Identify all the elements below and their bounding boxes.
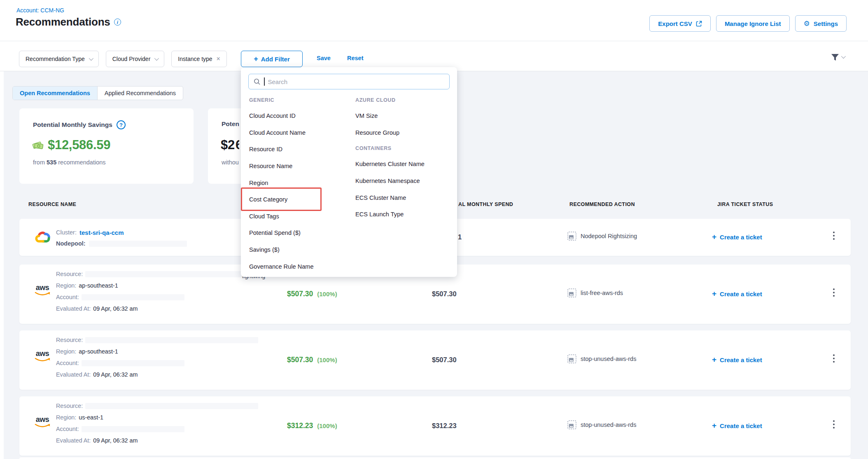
section-title: CONTAINERS (355, 141, 454, 156)
plus-icon: + (712, 289, 716, 298)
recommendation-row[interactable]: aws Resource: Region:ap-southeast-1 Acco… (19, 330, 851, 390)
help-icon[interactable]: ? (117, 120, 126, 129)
savings-value: $507.30 (287, 356, 313, 364)
monthly-spend-value: $312.23 (432, 422, 457, 430)
manage-ignore-label: Manage Ignore List (725, 20, 781, 27)
settings-button[interactable]: ⚙ Settings (795, 15, 847, 32)
save-button[interactable]: Save (317, 55, 331, 61)
card2-amount: $2 (221, 138, 235, 152)
recommended-action-label: stop-unused-aws-rds (581, 356, 636, 362)
menu-item[interactable]: Resource ID (249, 141, 348, 158)
plus-icon: + (712, 355, 716, 364)
menu-item[interactable]: Governance Rule Name (249, 258, 348, 275)
chip-cloud-provider[interactable]: Cloud Provider (106, 51, 165, 67)
row-menu-button[interactable] (833, 288, 835, 297)
next-row-partial (19, 457, 851, 459)
menu-item[interactable]: Cloud Account Name (249, 124, 348, 141)
resource-label: Resource: (56, 403, 83, 409)
export-csv-button[interactable]: Export CSV (649, 15, 711, 32)
resource-label: Resource: (56, 271, 83, 277)
image-placeholder-icon (567, 288, 576, 297)
recommendation-row[interactable]: aws Resource: Region:us-east-1 Account: … (19, 396, 851, 456)
filter-panel-toggle[interactable] (831, 53, 845, 62)
filter-search[interactable]: Search (248, 74, 450, 89)
create-ticket-label: Create a ticket (720, 290, 762, 297)
image-placeholder-icon (567, 354, 576, 363)
text-caret (264, 77, 265, 86)
create-ticket-label: Create a ticket (720, 234, 762, 241)
chevron-down-icon (841, 54, 846, 58)
create-ticket-button[interactable]: +Create a ticket (712, 421, 762, 430)
chip-label: Recommendation Type (26, 56, 85, 62)
tab-open-recommendations[interactable]: Open Recommendations (13, 87, 98, 100)
card-title-text: Potential Monthly Savings (33, 121, 112, 129)
section-title: GENERIC (249, 93, 348, 108)
savings-percent: (100%) (317, 356, 337, 363)
settings-label: Settings (814, 20, 838, 27)
menu-item[interactable]: ECS Cluster Name (355, 189, 454, 206)
create-ticket-button[interactable]: +Create a ticket (712, 289, 762, 298)
section-title: AZURE CLOUD (355, 93, 454, 108)
top-actions: Export CSV Manage Ignore List ⚙ Settings (649, 15, 847, 32)
chip-label: Instance type (178, 56, 212, 62)
evaluated-value: 09 Apr, 06:32 am (93, 305, 138, 312)
reset-button[interactable]: Reset (347, 55, 364, 61)
redacted-value (89, 241, 187, 247)
savings-value: $507.30 (287, 290, 313, 298)
card2-subtext: withou (222, 159, 239, 166)
filter-chips: Recommendation Type Cloud Provider Insta… (19, 51, 227, 67)
monthly-spend-value: $507.30 (432, 290, 457, 298)
manage-ignore-list-button[interactable]: Manage Ignore List (716, 15, 790, 32)
add-filter-button[interactable]: + Add Filter (241, 51, 303, 67)
create-ticket-button[interactable]: +Create a ticket (712, 355, 762, 364)
chip-instance-type[interactable]: Instance type × (171, 51, 227, 67)
account-label: Account: (56, 360, 79, 366)
region-label: Region: (56, 414, 76, 421)
row-menu-button[interactable] (833, 420, 835, 429)
funnel-icon (831, 53, 840, 62)
chip-label: Cloud Provider (112, 56, 151, 62)
row-menu-button[interactable] (833, 354, 835, 363)
cluster-link[interactable]: test-sri-qa-ccm (79, 229, 124, 236)
recommended-action-label: stop-unused-aws-rds (581, 422, 636, 428)
chevron-down-icon (154, 56, 159, 61)
chip-recommendation-type[interactable]: Recommendation Type (19, 51, 99, 67)
page-title-text: Recommendations (16, 16, 110, 28)
image-placeholder-icon (567, 232, 576, 241)
menu-item[interactable]: VM Size (355, 108, 454, 124)
evaluated-label: Evaluated At: (56, 305, 91, 312)
card-title-text: Poten (222, 120, 239, 128)
menu-item[interactable]: Kubernetes Cluster Name (355, 156, 454, 173)
plus-icon: + (712, 421, 716, 430)
region-value: ap-southeast-1 (79, 282, 118, 289)
menu-column-generic: GENERIC Cloud Account ID Cloud Account N… (249, 93, 348, 275)
menu-item[interactable]: Potential Spend ($) (249, 225, 348, 241)
close-icon[interactable]: × (217, 55, 220, 63)
menu-item[interactable]: Resource Name (249, 158, 348, 175)
redacted-value (85, 271, 258, 277)
create-ticket-button[interactable]: +Create a ticket (712, 232, 762, 241)
info-icon[interactable]: i (114, 19, 121, 26)
cluster-label: Cluster: (56, 229, 77, 236)
nodepool-label: Nodepool: (56, 240, 86, 247)
add-filter-dropdown: Search GENERIC Cloud Account ID Cloud Ac… (241, 67, 457, 277)
menu-item[interactable]: Kubernetes Namespace (355, 173, 454, 190)
aws-icon: aws (33, 350, 52, 364)
tab-applied-recommendations[interactable]: Applied Recommendations (98, 87, 183, 100)
menu-item[interactable]: Resource Group (355, 124, 454, 141)
account-label: Account: (56, 426, 79, 432)
gear-icon: ⚙ (804, 19, 810, 28)
menu-item[interactable]: ECS Launch Type (355, 206, 454, 223)
row-menu-button[interactable] (833, 232, 835, 240)
recommended-action-label: Nodepool Rightsizing (581, 233, 637, 239)
plus-icon: + (712, 232, 716, 241)
menu-item[interactable]: Savings ($) (249, 241, 348, 258)
create-ticket-label: Create a ticket (720, 422, 762, 429)
evaluated-label: Evaluated At: (56, 371, 91, 378)
menu-item[interactable]: Cloud Account ID (249, 108, 348, 124)
account-breadcrumb[interactable]: Account: CCM-NG (16, 7, 64, 14)
savings-value: $312.23 (287, 422, 313, 430)
export-csv-label: Export CSV (658, 20, 692, 27)
page-title: Recommendations i (16, 16, 121, 28)
chevron-down-icon (89, 56, 93, 61)
